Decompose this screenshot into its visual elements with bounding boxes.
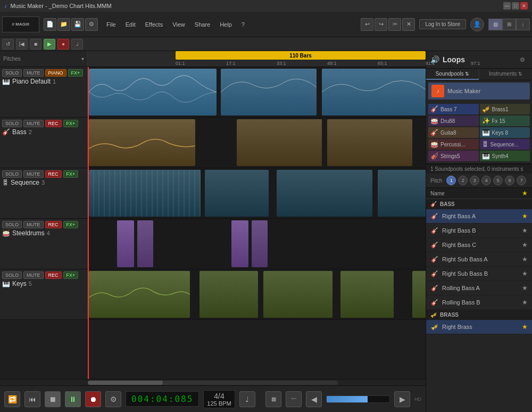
pause-button[interactable]: ⏸ bbox=[65, 391, 81, 407]
stop-button[interactable]: ■ bbox=[30, 39, 41, 50]
rolling-bass-a-star[interactable]: ★ bbox=[522, 284, 528, 292]
right-bass-b-star[interactable]: ★ bbox=[522, 227, 528, 234]
record-button[interactable]: ⏺ bbox=[85, 391, 101, 407]
tab-soundpools[interactable]: Soundpools ⇅ bbox=[426, 69, 479, 80]
playback-progress[interactable] bbox=[326, 395, 390, 403]
inst-strings[interactable]: 🎻 Strings5 bbox=[428, 151, 479, 161]
inst-rolling-bass-a[interactable]: 🎸 Rolling Bass A ★ bbox=[426, 281, 532, 295]
view-btn-3[interactable]: ↓ bbox=[516, 19, 530, 30]
piano-btn-piano[interactable]: PIANO bbox=[45, 69, 66, 77]
inst-right-bass-c[interactable]: 🎸 Right Bass C ★ bbox=[426, 238, 532, 252]
inst-right-brass[interactable]: 🎺 Right Brass ★ bbox=[426, 320, 532, 334]
track-content-sequence[interactable] bbox=[88, 168, 426, 218]
inst-drums8[interactable]: 🥁 Dru88 bbox=[428, 116, 479, 126]
right-bass-a-star[interactable]: ★ bbox=[522, 212, 528, 220]
inst-bass7[interactable]: 🎸 Bass 7 bbox=[428, 104, 479, 114]
cut-button[interactable]: ✂ bbox=[388, 18, 401, 31]
panel-gear-button[interactable]: ⚙ bbox=[517, 54, 528, 65]
fx-btn-seq[interactable]: FX+ bbox=[63, 170, 79, 178]
inst-brass1[interactable]: 🎺 Brass1 bbox=[480, 104, 530, 114]
save-button[interactable]: 💾 bbox=[71, 18, 84, 31]
track-content-piano[interactable] bbox=[88, 67, 426, 117]
scroll-thumb[interactable] bbox=[88, 381, 163, 385]
redo-button[interactable]: ↪ bbox=[375, 18, 387, 31]
login-button[interactable]: Log In to Store bbox=[419, 19, 466, 29]
horizontal-scrollbar[interactable] bbox=[0, 379, 426, 385]
close-button[interactable]: ✕ bbox=[520, 2, 528, 10]
wave-view-button[interactable]: 〰 bbox=[286, 391, 302, 407]
grid-view-button[interactable]: ▦ bbox=[265, 391, 281, 407]
inst-guitar8[interactable]: 🎸 Guita8 bbox=[428, 127, 479, 138]
prev-section-button[interactable]: ◀ bbox=[306, 391, 322, 407]
rewind-button[interactable]: |◀ bbox=[16, 39, 28, 50]
menu-edit[interactable]: Edit bbox=[121, 20, 140, 29]
inst-sequence[interactable]: 🎛 Sequence... bbox=[480, 139, 530, 150]
inst-right-bass-b[interactable]: 🎸 Right Bass B ★ bbox=[426, 224, 532, 238]
rec-btn-steel[interactable]: REC bbox=[45, 221, 62, 228]
loop-button[interactable]: ↺ bbox=[2, 39, 14, 50]
stop-button[interactable]: ⏹ bbox=[45, 391, 61, 407]
arrange-toggle[interactable]: ▾ bbox=[81, 56, 84, 62]
profile-icon[interactable]: 👤 bbox=[470, 18, 484, 31]
soundpool-music-maker[interactable]: ♪ Music Maker bbox=[428, 83, 530, 100]
inst-synth4[interactable]: 🎹 Synth4 bbox=[480, 151, 530, 161]
inst-right-sub-bass-a[interactable]: 🎸 Right Sub Bass A ★ bbox=[426, 252, 532, 267]
right-brass-star[interactable]: ★ bbox=[522, 323, 528, 331]
right-sub-bass-b-star[interactable]: ★ bbox=[522, 270, 528, 277]
right-bass-c-star[interactable]: ★ bbox=[522, 241, 528, 249]
pitch-btn-4[interactable]: 4 bbox=[481, 176, 491, 185]
solo-btn-keys[interactable]: SOLO bbox=[2, 271, 22, 279]
fx-btn-steel[interactable]: FX+ bbox=[63, 221, 79, 228]
fx-btn-keys[interactable]: FX+ bbox=[63, 271, 79, 279]
pitch-btn-3[interactable]: 3 bbox=[470, 176, 479, 185]
rec-btn-bass[interactable]: REC bbox=[45, 120, 62, 127]
metronome-button[interactable]: ♩ bbox=[71, 39, 83, 50]
settings-button[interactable]: ⚙ bbox=[85, 18, 98, 31]
mute-btn-piano[interactable]: MUTE bbox=[23, 69, 44, 77]
playhead[interactable] bbox=[88, 67, 89, 379]
inst-right-sub-bass-b[interactable]: 🎸 Right Sub Bass B ★ bbox=[426, 267, 532, 281]
rec-btn-seq[interactable]: REC bbox=[45, 170, 62, 178]
more-button[interactable]: ✕ bbox=[402, 18, 415, 31]
pitch-btn-7[interactable]: 7 bbox=[517, 176, 526, 185]
loop-toggle-button[interactable]: 🔁 bbox=[4, 391, 20, 407]
mute-btn-keys[interactable]: MUTE bbox=[23, 271, 44, 279]
solo-btn-seq[interactable]: SOLO bbox=[2, 170, 22, 178]
inst-percussion[interactable]: 🥁 Percussi... bbox=[428, 139, 479, 150]
inst-fx15[interactable]: ✨ Fx 15 bbox=[480, 116, 530, 126]
track-content-steeldrums[interactable] bbox=[88, 219, 426, 269]
play-button[interactable]: ▶ bbox=[44, 39, 55, 50]
pitch-btn-6[interactable]: 6 bbox=[505, 176, 514, 185]
pitch-btn-1[interactable]: 1 bbox=[446, 176, 456, 185]
pitch-btn-5[interactable]: 5 bbox=[493, 176, 503, 185]
settings-cog-button[interactable]: ⚙ bbox=[105, 391, 121, 407]
inst-keys8[interactable]: 🎹 Keys 8 bbox=[480, 127, 530, 138]
record-button[interactable]: ● bbox=[57, 39, 69, 50]
track-content-bass[interactable] bbox=[88, 118, 426, 168]
tab-instruments[interactable]: Instruments ⇅ bbox=[479, 69, 532, 80]
menu-question[interactable]: ? bbox=[237, 20, 249, 29]
pitch-btn-2[interactable]: 2 bbox=[458, 176, 468, 185]
rewind-button[interactable]: ⏮ bbox=[24, 391, 40, 407]
solo-btn-piano[interactable]: SOLO bbox=[2, 69, 22, 77]
inst-rolling-bass-b[interactable]: 🎸 Rolling Bass B ★ bbox=[426, 295, 532, 310]
mute-btn-bass[interactable]: MUTE bbox=[23, 120, 44, 127]
maximize-button[interactable]: □ bbox=[512, 2, 519, 10]
undo-button[interactable]: ↩ bbox=[361, 18, 373, 31]
right-sub-bass-a-star[interactable]: ★ bbox=[522, 256, 528, 263]
metronome-button[interactable]: ♩ bbox=[239, 391, 255, 407]
view-btn-1[interactable]: ▦ bbox=[488, 19, 502, 30]
menu-view[interactable]: View bbox=[168, 20, 189, 29]
track-content-keys[interactable] bbox=[88, 269, 426, 319]
menu-share[interactable]: Share bbox=[190, 20, 214, 29]
menu-effects[interactable]: Effects bbox=[141, 20, 167, 29]
solo-btn-steel[interactable]: SOLO bbox=[2, 221, 22, 228]
menu-help[interactable]: Help bbox=[215, 20, 236, 29]
mute-btn-steel[interactable]: MUTE bbox=[23, 221, 44, 228]
view-btn-2[interactable]: ⊞ bbox=[502, 19, 516, 30]
new-button[interactable]: 📄 bbox=[44, 18, 56, 31]
fx-btn-bass[interactable]: FX+ bbox=[63, 120, 79, 127]
mute-btn-seq[interactable]: MUTE bbox=[23, 170, 44, 178]
rolling-bass-b-star[interactable]: ★ bbox=[522, 299, 528, 306]
menu-file[interactable]: File bbox=[102, 20, 120, 29]
